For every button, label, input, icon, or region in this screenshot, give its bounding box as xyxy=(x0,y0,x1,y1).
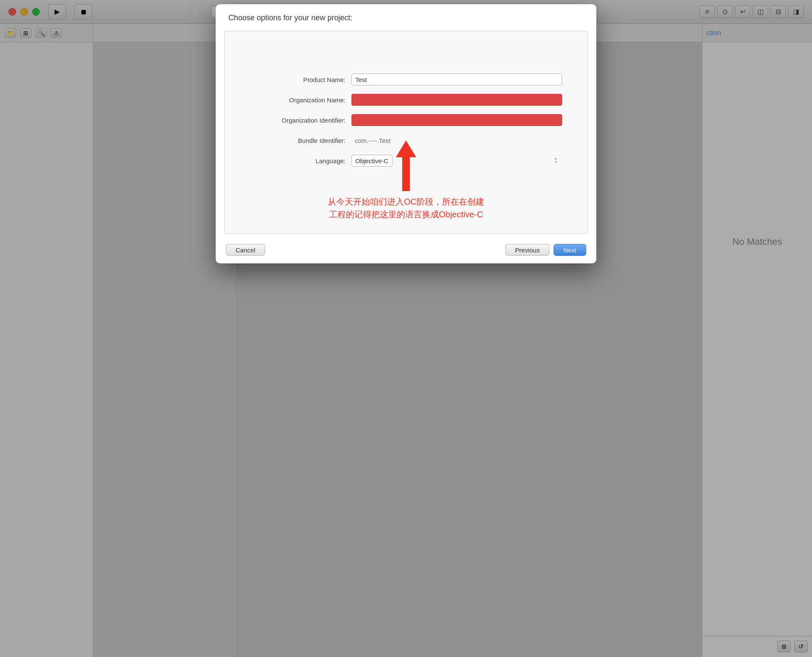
org-name-input[interactable] xyxy=(351,94,562,106)
previous-button[interactable]: Previous xyxy=(505,244,549,256)
org-id-input[interactable] xyxy=(351,114,562,126)
modal-title: Choose options for your new project: xyxy=(228,14,352,22)
product-name-label: Product Name: xyxy=(250,76,351,83)
modal-footer: Cancel Previous Next xyxy=(216,238,596,263)
org-name-row: Organization Name: xyxy=(250,94,562,106)
cancel-button[interactable]: Cancel xyxy=(226,244,265,256)
red-arrow xyxy=(396,140,416,191)
modal-overlay: Choose options for your new project: Pro… xyxy=(0,0,812,657)
annotation-line2: 工程的记得把这里的语言换成Objective-C xyxy=(329,210,483,219)
product-name-input[interactable] xyxy=(351,74,562,85)
annotation-line1: 从今天开始咱们进入OC阶段，所在在创建 xyxy=(328,197,484,206)
arrow-head xyxy=(396,140,416,157)
next-button[interactable]: Next xyxy=(554,244,586,256)
modal-content: Product Name: Organization Name: Organiz… xyxy=(224,31,588,234)
arrow-shaft xyxy=(402,157,410,191)
org-id-row: Organization Identifier: xyxy=(250,114,562,126)
org-name-label: Organization Name: xyxy=(250,96,351,104)
nav-buttons: Previous Next xyxy=(505,244,586,256)
annotation-text: 从今天开始咱们进入OC阶段，所在在创建 工程的记得把这里的语言换成Objecti… xyxy=(328,195,484,221)
annotation-area: 从今天开始咱们进入OC阶段，所在在创建 工程的记得把这里的语言换成Objecti… xyxy=(296,140,516,221)
org-id-label: Organization Identifier: xyxy=(250,117,351,124)
product-name-row: Product Name: xyxy=(250,74,562,85)
modal-header: Choose options for your new project: xyxy=(216,4,596,27)
new-project-modal: Choose options for your new project: Pro… xyxy=(216,4,596,263)
